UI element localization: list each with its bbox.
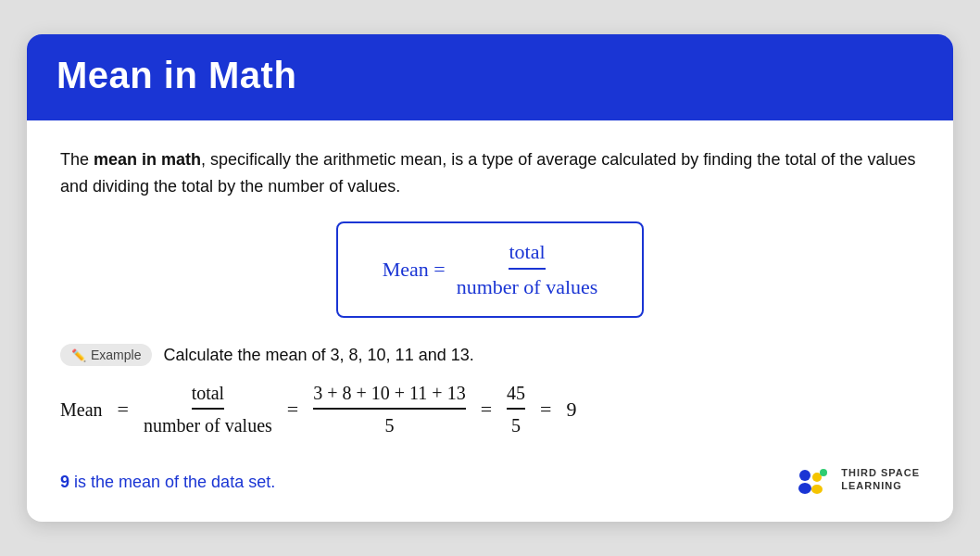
svg-point-4 <box>820 469 827 476</box>
formula-numerator: total <box>509 240 545 270</box>
calc-num-1: total <box>192 383 225 410</box>
calc-result: 9 <box>566 398 576 422</box>
logo-text: THIRD SPACE LEARNING <box>841 466 920 493</box>
logo-area: THIRD SPACE LEARNING <box>793 459 920 499</box>
conclusion-suffix: is the mean of the data set. <box>69 473 275 491</box>
equals-4: = <box>540 398 551 422</box>
example-text: Calculate the mean of 3, 8, 10, 11 and 1… <box>163 346 473 365</box>
formula-denominator: number of values <box>457 272 598 299</box>
calc-den-3: 5 <box>511 411 521 436</box>
equals-1: = <box>118 398 129 422</box>
pencil-icon: ✏️ <box>71 348 86 362</box>
logo-icon <box>793 459 834 499</box>
card-header: Mean in Math <box>27 34 953 120</box>
desc-bold: mean in math <box>94 150 201 169</box>
equals-2: = <box>287 398 298 422</box>
conclusion-text: 9 is the mean of the data set. <box>60 473 275 492</box>
calculation-row: Mean = total number of values = 3 + 8 + … <box>60 383 920 436</box>
card-body: The mean in math, specifically the arith… <box>27 120 953 523</box>
calc-den-1: number of values <box>144 411 272 436</box>
svg-point-0 <box>799 470 810 481</box>
formula-box: Mean = total number of values <box>336 221 645 318</box>
footer-row: 9 is the mean of the data set. THIRD SPA… <box>60 459 920 499</box>
logo-line2: LEARNING <box>841 479 920 492</box>
example-row: ✏️ Example Calculate the mean of 3, 8, 1… <box>60 344 920 366</box>
svg-point-3 <box>811 485 823 494</box>
mean-label-text: Mean <box>60 399 103 421</box>
card: Mean in Math The mean in math, specifica… <box>27 34 953 523</box>
page-title: Mean in Math <box>57 55 923 96</box>
conclusion-number: 9 <box>60 473 69 491</box>
equals-3: = <box>481 398 492 422</box>
calc-den-2: 5 <box>384 411 394 436</box>
calc-mean-label: Mean <box>60 399 103 421</box>
calc-fraction-2: 3 + 8 + 10 + 11 + 13 5 <box>313 383 465 436</box>
logo-line1: THIRD SPACE <box>841 466 920 479</box>
example-badge-label: Example <box>91 348 141 362</box>
calc-num-2: 3 + 8 + 10 + 11 + 13 <box>313 383 465 410</box>
example-badge: ✏️ Example <box>60 344 152 366</box>
calc-fraction-1: total number of values <box>144 383 272 436</box>
desc-prefix: The <box>60 150 94 169</box>
description-text: The mean in math, specifically the arith… <box>60 146 920 200</box>
formula-display: Mean = total number of values <box>383 240 598 299</box>
svg-point-1 <box>798 483 811 494</box>
formula-label: Mean = <box>383 258 446 282</box>
formula-fraction: total number of values <box>457 240 598 299</box>
calc-num-3: 45 <box>507 383 525 410</box>
calc-fraction-3: 45 5 <box>507 383 525 436</box>
